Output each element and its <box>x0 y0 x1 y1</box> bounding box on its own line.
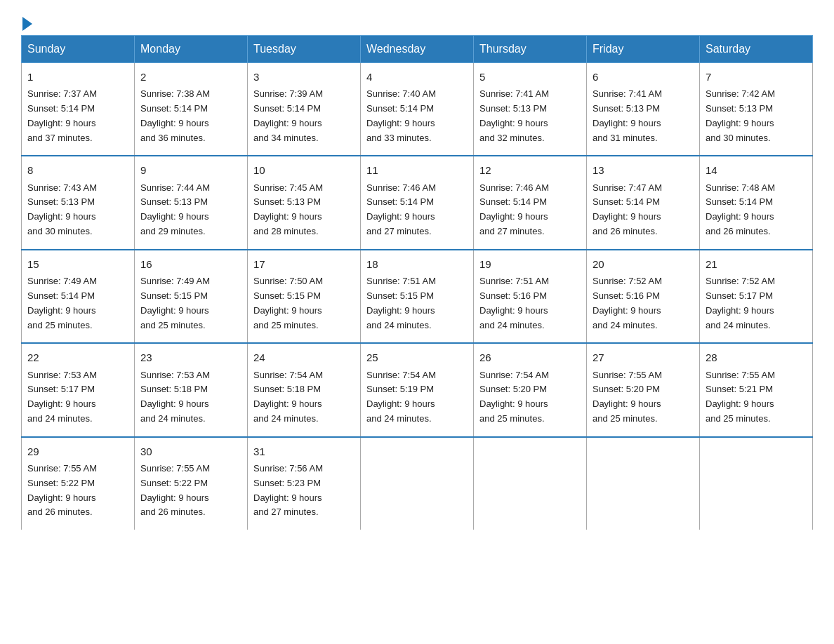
logo <box>21 14 32 28</box>
day-number: 7 <box>706 69 807 85</box>
calendar-table: SundayMondayTuesdayWednesdayThursdayFrid… <box>21 35 813 530</box>
calendar-header-sunday: Sunday <box>22 36 135 63</box>
day-info: Sunrise: 7:45 AM Sunset: 5:13 PM Dayligh… <box>253 182 323 236</box>
day-info: Sunrise: 7:51 AM Sunset: 5:16 PM Dayligh… <box>479 276 549 330</box>
calendar-cell: 30 Sunrise: 7:55 AM Sunset: 5:22 PM Dayl… <box>135 437 248 530</box>
calendar-header-thursday: Thursday <box>474 36 587 63</box>
day-info: Sunrise: 7:46 AM Sunset: 5:14 PM Dayligh… <box>366 182 436 236</box>
day-number: 17 <box>253 256 355 272</box>
calendar-cell: 16 Sunrise: 7:49 AM Sunset: 5:15 PM Dayl… <box>135 250 248 343</box>
calendar-cell: 10 Sunrise: 7:45 AM Sunset: 5:13 PM Dayl… <box>248 156 361 249</box>
calendar-header-saturday: Saturday <box>700 36 813 63</box>
day-number: 6 <box>593 69 694 85</box>
calendar-cell: 25 Sunrise: 7:54 AM Sunset: 5:19 PM Dayl… <box>361 343 474 436</box>
day-number: 3 <box>253 69 355 85</box>
day-info: Sunrise: 7:39 AM Sunset: 5:14 PM Dayligh… <box>253 88 323 142</box>
calendar-header-tuesday: Tuesday <box>248 36 361 63</box>
calendar-cell <box>361 437 474 530</box>
calendar-cell: 12 Sunrise: 7:46 AM Sunset: 5:14 PM Dayl… <box>474 156 587 249</box>
page-header <box>21 14 813 28</box>
calendar-cell: 2 Sunrise: 7:38 AM Sunset: 5:14 PM Dayli… <box>135 63 248 156</box>
calendar-cell: 15 Sunrise: 7:49 AM Sunset: 5:14 PM Dayl… <box>22 250 135 343</box>
calendar-cell: 1 Sunrise: 7:37 AM Sunset: 5:14 PM Dayli… <box>22 63 135 156</box>
day-number: 5 <box>479 69 581 85</box>
calendar-header-row: SundayMondayTuesdayWednesdayThursdayFrid… <box>22 36 813 63</box>
week-row-3: 15 Sunrise: 7:49 AM Sunset: 5:14 PM Dayl… <box>22 250 813 343</box>
day-info: Sunrise: 7:54 AM Sunset: 5:20 PM Dayligh… <box>479 370 549 424</box>
calendar-cell: 28 Sunrise: 7:55 AM Sunset: 5:21 PM Dayl… <box>700 343 813 436</box>
day-info: Sunrise: 7:55 AM Sunset: 5:21 PM Dayligh… <box>706 370 775 424</box>
calendar-header-friday: Friday <box>587 36 700 63</box>
day-info: Sunrise: 7:40 AM Sunset: 5:14 PM Dayligh… <box>366 88 436 142</box>
calendar-cell: 19 Sunrise: 7:51 AM Sunset: 5:16 PM Dayl… <box>474 250 587 343</box>
day-info: Sunrise: 7:44 AM Sunset: 5:13 PM Dayligh… <box>140 182 210 236</box>
day-number: 21 <box>706 256 807 272</box>
calendar-cell: 20 Sunrise: 7:52 AM Sunset: 5:16 PM Dayl… <box>587 250 700 343</box>
calendar-cell: 14 Sunrise: 7:48 AM Sunset: 5:14 PM Dayl… <box>700 156 813 249</box>
calendar-cell: 27 Sunrise: 7:55 AM Sunset: 5:20 PM Dayl… <box>587 343 700 436</box>
day-number: 25 <box>366 349 468 365</box>
day-number: 24 <box>253 349 355 365</box>
day-info: Sunrise: 7:54 AM Sunset: 5:19 PM Dayligh… <box>366 370 436 424</box>
day-number: 30 <box>140 443 241 459</box>
calendar-cell: 23 Sunrise: 7:53 AM Sunset: 5:18 PM Dayl… <box>135 343 248 436</box>
day-number: 20 <box>593 256 694 272</box>
day-number: 2 <box>140 69 241 85</box>
day-number: 4 <box>366 69 468 85</box>
calendar-cell: 5 Sunrise: 7:41 AM Sunset: 5:13 PM Dayli… <box>474 63 587 156</box>
day-number: 18 <box>366 256 468 272</box>
calendar-cell: 6 Sunrise: 7:41 AM Sunset: 5:13 PM Dayli… <box>587 63 700 156</box>
calendar-cell <box>474 437 587 530</box>
day-info: Sunrise: 7:49 AM Sunset: 5:15 PM Dayligh… <box>140 276 210 330</box>
calendar-cell: 24 Sunrise: 7:54 AM Sunset: 5:18 PM Dayl… <box>248 343 361 436</box>
day-number: 28 <box>706 349 807 365</box>
week-row-1: 1 Sunrise: 7:37 AM Sunset: 5:14 PM Dayli… <box>22 63 813 156</box>
day-info: Sunrise: 7:48 AM Sunset: 5:14 PM Dayligh… <box>706 182 775 236</box>
day-info: Sunrise: 7:41 AM Sunset: 5:13 PM Dayligh… <box>479 88 549 142</box>
logo-arrow-icon <box>22 17 32 31</box>
day-number: 13 <box>593 162 694 178</box>
calendar-cell: 21 Sunrise: 7:52 AM Sunset: 5:17 PM Dayl… <box>700 250 813 343</box>
calendar-cell: 31 Sunrise: 7:56 AM Sunset: 5:23 PM Dayl… <box>248 437 361 530</box>
day-number: 14 <box>706 162 807 178</box>
calendar-cell <box>700 437 813 530</box>
day-info: Sunrise: 7:56 AM Sunset: 5:23 PM Dayligh… <box>253 463 323 517</box>
day-info: Sunrise: 7:49 AM Sunset: 5:14 PM Dayligh… <box>27 276 97 330</box>
calendar-cell: 3 Sunrise: 7:39 AM Sunset: 5:14 PM Dayli… <box>248 63 361 156</box>
day-info: Sunrise: 7:52 AM Sunset: 5:16 PM Dayligh… <box>593 276 662 330</box>
day-info: Sunrise: 7:52 AM Sunset: 5:17 PM Dayligh… <box>706 276 775 330</box>
calendar-cell: 13 Sunrise: 7:47 AM Sunset: 5:14 PM Dayl… <box>587 156 700 249</box>
day-info: Sunrise: 7:43 AM Sunset: 5:13 PM Dayligh… <box>27 182 97 236</box>
calendar-header-wednesday: Wednesday <box>361 36 474 63</box>
day-info: Sunrise: 7:38 AM Sunset: 5:14 PM Dayligh… <box>140 88 210 142</box>
day-number: 15 <box>27 256 128 272</box>
day-number: 31 <box>253 443 355 459</box>
calendar-cell: 9 Sunrise: 7:44 AM Sunset: 5:13 PM Dayli… <box>135 156 248 249</box>
week-row-2: 8 Sunrise: 7:43 AM Sunset: 5:13 PM Dayli… <box>22 156 813 249</box>
day-number: 23 <box>140 349 241 365</box>
day-info: Sunrise: 7:55 AM Sunset: 5:20 PM Dayligh… <box>593 370 662 424</box>
day-info: Sunrise: 7:55 AM Sunset: 5:22 PM Dayligh… <box>27 463 97 517</box>
day-info: Sunrise: 7:42 AM Sunset: 5:13 PM Dayligh… <box>706 88 775 142</box>
calendar-cell: 26 Sunrise: 7:54 AM Sunset: 5:20 PM Dayl… <box>474 343 587 436</box>
day-number: 16 <box>140 256 241 272</box>
calendar-cell: 8 Sunrise: 7:43 AM Sunset: 5:13 PM Dayli… <box>22 156 135 249</box>
day-info: Sunrise: 7:54 AM Sunset: 5:18 PM Dayligh… <box>253 370 323 424</box>
day-number: 19 <box>479 256 581 272</box>
week-row-4: 22 Sunrise: 7:53 AM Sunset: 5:17 PM Dayl… <box>22 343 813 436</box>
day-number: 29 <box>27 443 128 459</box>
calendar-cell: 29 Sunrise: 7:55 AM Sunset: 5:22 PM Dayl… <box>22 437 135 530</box>
day-number: 27 <box>593 349 694 365</box>
calendar-cell: 22 Sunrise: 7:53 AM Sunset: 5:17 PM Dayl… <box>22 343 135 436</box>
day-number: 26 <box>479 349 581 365</box>
calendar-cell <box>587 437 700 530</box>
day-number: 22 <box>27 349 128 365</box>
day-number: 12 <box>479 162 581 178</box>
day-number: 8 <box>27 162 128 178</box>
day-info: Sunrise: 7:51 AM Sunset: 5:15 PM Dayligh… <box>366 276 436 330</box>
calendar-cell: 18 Sunrise: 7:51 AM Sunset: 5:15 PM Dayl… <box>361 250 474 343</box>
day-info: Sunrise: 7:55 AM Sunset: 5:22 PM Dayligh… <box>140 463 210 517</box>
day-number: 11 <box>366 162 468 178</box>
day-number: 10 <box>253 162 355 178</box>
day-info: Sunrise: 7:46 AM Sunset: 5:14 PM Dayligh… <box>479 182 549 236</box>
